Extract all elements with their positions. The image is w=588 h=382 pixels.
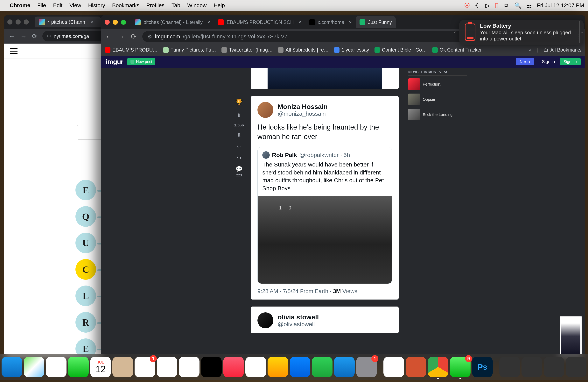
- menu-bookmarks[interactable]: Bookmarks: [112, 2, 139, 9]
- tab-pitches[interactable]: pitches (Channel) - Literally×: [131, 16, 214, 28]
- dock-minimized-1[interactable]: [499, 357, 520, 377]
- close-tab-icon[interactable]: ×: [298, 19, 301, 25]
- screen-record-icon[interactable]: ⦿: [464, 2, 470, 9]
- dock-chrome[interactable]: [428, 357, 448, 377]
- dock-keynote[interactable]: [290, 357, 310, 377]
- menu-profiles[interactable]: Profiles: [147, 2, 165, 9]
- puzzle-letter-4[interactable]: L: [75, 286, 96, 306]
- comments-button[interactable]: 💬: [236, 166, 242, 172]
- tab-ebaums[interactable]: EBAUM'S PRODUCTION SCH×: [214, 16, 305, 28]
- dock-powerpoint[interactable]: [406, 357, 426, 377]
- dock-settings[interactable]: 1: [356, 357, 377, 377]
- gallery-minimap[interactable]: [560, 316, 582, 357]
- zoom-window-icon[interactable]: [121, 20, 126, 25]
- bookmark-funny[interactable]: Funny Pictures, Fu…: [163, 47, 216, 53]
- dock-screenshot[interactable]: [383, 357, 404, 377]
- menu-help[interactable]: Help: [214, 2, 225, 9]
- tweet-author-handle[interactable]: @oliviastowell: [278, 321, 319, 328]
- puzzle-letter-1[interactable]: Q: [75, 206, 96, 227]
- close-window-icon[interactable]: [105, 20, 110, 25]
- dock-tv[interactable]: [201, 357, 222, 377]
- dock-freeform[interactable]: [179, 357, 200, 377]
- dock-messages[interactable]: 9: [450, 357, 471, 377]
- tab-x[interactable]: x.com/home×: [305, 16, 356, 28]
- dock-numbers[interactable]: [312, 357, 333, 377]
- bookmark-essay[interactable]: 1 year essay: [334, 47, 369, 53]
- now-playing-icon[interactable]: ▷: [485, 2, 490, 9]
- close-tab-icon[interactable]: ×: [349, 19, 352, 25]
- puzzle-letter-0[interactable]: E: [75, 180, 96, 200]
- bookmark-twitterlitter[interactable]: TwitterLitter (Imag…: [221, 47, 273, 53]
- dock-notes[interactable]: [157, 357, 177, 377]
- rail-item-0[interactable]: Perfection.: [408, 78, 467, 90]
- menu-history[interactable]: History: [88, 2, 105, 9]
- tweet-author-name[interactable]: olivia stowell: [278, 313, 319, 321]
- bookmark-subreddits[interactable]: All Subreddits | re…: [278, 47, 329, 53]
- dock-appstore[interactable]: [334, 357, 355, 377]
- tweet-author-name[interactable]: Moniza Hossain: [278, 103, 328, 110]
- dock-music[interactable]: [223, 357, 244, 377]
- rail-item-1[interactable]: Oopsie: [408, 94, 467, 105]
- menubar-app-name[interactable]: Chrome: [10, 2, 30, 9]
- all-bookmarks-button[interactable]: 🗀All Bookmarks: [544, 47, 581, 53]
- menu-edit[interactable]: Edit: [53, 2, 63, 9]
- bookmark-content-tracker[interactable]: Ok Content Tracker: [432, 47, 482, 53]
- site-info-icon[interactable]: ⚙: [47, 34, 51, 39]
- menu-tab[interactable]: Tab: [171, 2, 180, 9]
- low-battery-notification[interactable]: ‹ Low Battery Your Mac will sleep soon u…: [459, 20, 584, 45]
- new-post-button[interactable]: New post: [127, 58, 155, 65]
- sign-up-button[interactable]: Sign up: [560, 58, 581, 65]
- prev-image-teaser[interactable]: [251, 68, 399, 89]
- minimize-window-icon[interactable]: [113, 20, 118, 25]
- rail-item-2[interactable]: Stick the Landing: [408, 109, 467, 120]
- menu-file[interactable]: File: [37, 2, 46, 9]
- dock-maps[interactable]: [24, 357, 44, 377]
- puzzle-letter-5[interactable]: R: [75, 312, 96, 333]
- menu-window[interactable]: Window: [187, 2, 207, 9]
- bg-back-button[interactable]: ←: [9, 32, 15, 40]
- sign-in-link[interactable]: Sign in: [542, 59, 555, 64]
- dock-pages[interactable]: [268, 357, 288, 377]
- tweet-author-handle[interactable]: @moniza_hossain: [278, 110, 328, 117]
- puzzle-letter-3[interactable]: C: [75, 259, 96, 280]
- avatar[interactable]: [257, 102, 273, 118]
- menubar-clock[interactable]: Fri Jul 12 12:07 PM: [537, 2, 584, 9]
- close-tab-icon[interactable]: ×: [91, 19, 94, 25]
- favorite-button[interactable]: ♡: [237, 144, 242, 150]
- menu-view[interactable]: View: [69, 2, 81, 9]
- dock-minimized-2[interactable]: [522, 357, 542, 377]
- dock-contacts[interactable]: [112, 357, 133, 377]
- bg-tab-slack[interactable]: * pitches (Chann ×: [35, 17, 101, 27]
- dock-photos[interactable]: [46, 357, 66, 377]
- dock-reminders[interactable]: 1: [135, 357, 155, 377]
- bg-reload-button[interactable]: ⟳: [32, 32, 37, 40]
- dock-calendar[interactable]: JUL12: [90, 357, 111, 377]
- back-button[interactable]: ←: [105, 32, 113, 41]
- imgur-logo[interactable]: imgur: [106, 58, 123, 65]
- close-tab-icon[interactable]: ×: [207, 19, 210, 25]
- battery-icon[interactable]: ⌷: [495, 2, 498, 9]
- downvote-button[interactable]: ⇩: [237, 132, 242, 139]
- share-button[interactable]: ↪: [237, 155, 241, 161]
- bookmarks-overflow-icon[interactable]: »: [528, 47, 531, 53]
- dock-minimized-4[interactable]: [566, 357, 587, 377]
- dock-news[interactable]: [245, 357, 266, 377]
- quoted-tweet[interactable]: Rob Palk @robpalkwriter · 5h The Sunak y…: [257, 147, 392, 284]
- site-info-icon[interactable]: ⚙: [147, 33, 152, 40]
- fg-traffic-lights[interactable]: [105, 20, 126, 25]
- upvote-button[interactable]: ⇧: [237, 111, 242, 118]
- do-not-disturb-icon[interactable]: ☾: [475, 2, 480, 9]
- hamburger-icon[interactable]: [10, 48, 18, 54]
- avatar[interactable]: [257, 312, 273, 328]
- tab-imgur-active[interactable]: Just Funny: [356, 16, 396, 28]
- bookmark-ebaums[interactable]: EBAUM'S PRODU…: [105, 47, 158, 53]
- reload-button[interactable]: ⟳: [130, 32, 138, 41]
- notification-options-icon[interactable]: ›: [579, 21, 585, 43]
- bg-traffic-lights[interactable]: [7, 20, 29, 24]
- puzzle-letter-2[interactable]: U: [75, 233, 96, 253]
- spotlight-icon[interactable]: 🔍: [514, 2, 522, 9]
- dock-facetime[interactable]: [68, 357, 89, 377]
- bookmark-content-bible[interactable]: Content Bible - Go…: [375, 47, 427, 53]
- dock-photoshop[interactable]: Ps: [472, 357, 493, 377]
- forward-button[interactable]: →: [117, 32, 125, 41]
